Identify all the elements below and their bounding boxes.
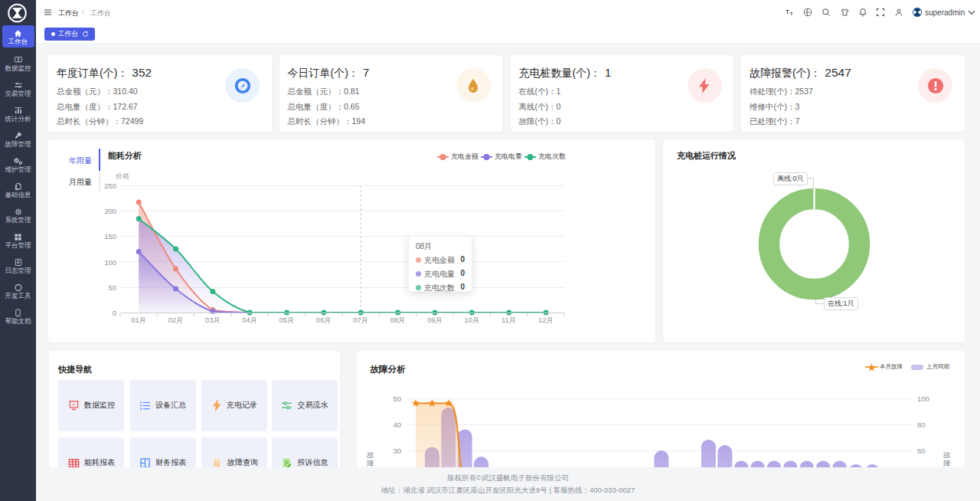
svg-text:价格: 价格 xyxy=(115,172,129,180)
svg-text:故: 故 xyxy=(366,450,374,459)
svg-text:T: T xyxy=(790,11,793,16)
svg-text:0: 0 xyxy=(113,309,116,317)
svg-text:40: 40 xyxy=(393,421,401,429)
svg-text:80: 80 xyxy=(917,421,926,429)
svg-text:05月: 05月 xyxy=(279,316,295,324)
svg-text:障: 障 xyxy=(943,459,951,467)
svg-text:01月: 01月 xyxy=(131,316,146,324)
svg-text:100: 100 xyxy=(917,395,929,403)
svg-text:200: 200 xyxy=(104,207,116,215)
svg-text:故: 故 xyxy=(942,450,951,459)
svg-text:150: 150 xyxy=(104,232,116,241)
svg-text:08月: 08月 xyxy=(390,316,406,324)
svg-text:100: 100 xyxy=(104,258,116,267)
svg-text:T: T xyxy=(786,8,789,15)
svg-text:250: 250 xyxy=(104,182,116,190)
svg-text:04月: 04月 xyxy=(242,316,257,324)
svg-text:09月: 09月 xyxy=(427,316,443,324)
svg-text:50: 50 xyxy=(108,283,116,292)
svg-text:60: 60 xyxy=(917,447,926,455)
svg-text:02月: 02月 xyxy=(168,316,184,324)
svg-text:障: 障 xyxy=(367,459,374,467)
svg-text:03月: 03月 xyxy=(205,316,220,324)
svg-text:11月: 11月 xyxy=(501,316,516,324)
svg-text:10月: 10月 xyxy=(464,316,479,324)
svg-text:06月: 06月 xyxy=(316,316,332,324)
svg-text:30: 30 xyxy=(393,447,401,455)
svg-text:50: 50 xyxy=(393,395,401,403)
svg-text:12月: 12月 xyxy=(538,316,554,324)
svg-text:07月: 07月 xyxy=(353,316,368,324)
